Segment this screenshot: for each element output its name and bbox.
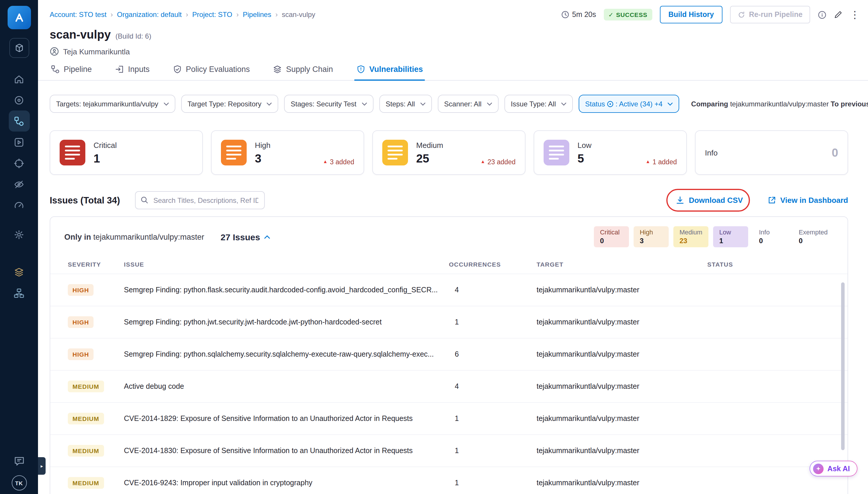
comparing-target: tejakummarikuntla/vulpy:master [730, 100, 829, 108]
issues-title: Issues (Total 34) [50, 195, 120, 206]
card-label: Low [578, 141, 592, 150]
tab-inputs[interactable]: Inputs [114, 64, 151, 80]
module-switcher-button[interactable] [9, 38, 29, 58]
card-added: ▲ 1 added [645, 158, 677, 174]
sidebar-item-targets[interactable] [8, 153, 30, 174]
filter-targets[interactable]: Targets: tejakummarikuntla/vulpy [50, 95, 175, 113]
help-chat-button[interactable] [13, 455, 25, 467]
table-row[interactable]: MEDIUM CVE-2014-1830: Exposure of Sensit… [50, 435, 848, 467]
sidebar-item-settings[interactable] [8, 224, 30, 245]
tab-bar: Pipeline Inputs Policy Evaluations Suppl… [38, 64, 868, 81]
sidebar-item-home[interactable] [8, 69, 30, 90]
filter-issue-type[interactable]: Issue Type: All [504, 95, 573, 113]
harness-logo[interactable] [7, 6, 31, 29]
build-history-button[interactable]: Build History [660, 6, 723, 23]
search-input[interactable] [135, 191, 265, 209]
sidebar-item-executions[interactable] [8, 132, 30, 153]
group-count-toggle[interactable]: 27 Issues [221, 232, 270, 242]
info-icon[interactable] [818, 10, 827, 19]
severity-card-critical: Critical 1 [50, 130, 203, 175]
table-row[interactable]: HIGH Semgrep Finding: python.sqlalchemy.… [50, 339, 848, 370]
table-row[interactable]: HIGH Semgrep Finding: python.flask.secur… [50, 274, 848, 306]
panel-expand-handle[interactable]: ▸ [38, 457, 45, 475]
occurrences-value: 6 [449, 350, 537, 358]
more-options-icon[interactable]: ⋮ [850, 10, 860, 20]
breadcrumb-project[interactable]: Project: STO [192, 11, 232, 19]
up-triangle-icon: ▲ [480, 159, 485, 164]
breadcrumb-account[interactable]: Account: STO test [50, 11, 107, 19]
issue-title[interactable]: CVE-2016-9243: Improper input validation… [124, 479, 449, 487]
filter-steps[interactable]: Steps: All [379, 95, 432, 113]
tab-vulnerabilities[interactable]: Vulnerabilities [355, 64, 424, 80]
sidebar-item-exemptions[interactable] [8, 174, 30, 195]
author-name: Teja Kummarikuntla [63, 47, 130, 56]
sidebar-item-module-stack[interactable] [8, 261, 30, 282]
card-label: High [255, 141, 271, 150]
issues-actions: Download CSV View in Dashboard [676, 196, 848, 205]
tab-pipeline[interactable]: Pipeline [50, 64, 93, 80]
edit-pipeline-icon[interactable] [834, 11, 842, 19]
column-issue: ISSUE [124, 261, 449, 268]
shield-icon [356, 65, 365, 74]
chip-value: 0 [600, 237, 623, 245]
table-row[interactable]: MEDIUM CVE-2014-1829: Exposure of Sensit… [50, 403, 848, 435]
view-in-dashboard-button[interactable]: View in Dashboard [768, 196, 848, 205]
table-row[interactable]: MEDIUM Active debug code 4 tejakummariku… [50, 370, 848, 403]
filter-stages[interactable]: Stages: Security Test [284, 95, 373, 113]
target-value: tejakummarikuntla/vulpy:master [537, 286, 707, 294]
filters-row: Targets: tejakummarikuntla/vulpy Target … [38, 95, 868, 113]
issue-title[interactable]: Semgrep Finding: python.jwt.security.jwt… [124, 318, 449, 326]
sidebar-item-baselines[interactable] [8, 195, 30, 216]
user-circle-icon [50, 47, 59, 56]
ask-ai-button[interactable]: Ask AI [809, 461, 857, 476]
tab-policy-evaluations[interactable]: Policy Evaluations [172, 64, 251, 80]
added-label: 1 added [653, 158, 677, 166]
table-row[interactable]: HIGH Semgrep Finding: python.jwt.securit… [50, 306, 848, 339]
search-icon [140, 196, 149, 204]
pencil-icon [834, 11, 842, 19]
target-value: tejakummarikuntla/vulpy:master [537, 415, 707, 423]
issues-group-header: Only in tejakummarikuntla/vulpy:master 2… [50, 217, 848, 255]
severity-badge: HIGH [68, 284, 94, 296]
scrollbar-thumb[interactable] [841, 282, 845, 450]
severity-card-high: High 3 ▲ 3 added [211, 130, 364, 175]
tab-supply-chain[interactable]: Supply Chain [272, 64, 334, 80]
occurrences-value: 1 [449, 415, 537, 423]
severity-badge: MEDIUM [68, 381, 104, 392]
severity-summary-cards: Critical 1 High 3 ▲ 3 added Medium [38, 130, 868, 175]
user-avatar[interactable]: TK [12, 475, 26, 491]
tab-label: Inputs [128, 65, 150, 74]
issue-title[interactable]: CVE-2014-1830: Exposure of Sensitive Inf… [124, 446, 449, 455]
gear-icon [14, 229, 24, 240]
issue-title[interactable]: CVE-2014-1829: Exposure of Sensitive Inf… [124, 415, 449, 423]
breadcrumb-pipelines[interactable]: Pipelines [243, 11, 271, 19]
table-row[interactable]: MEDIUM CVE-2016-9243: Improper input val… [50, 467, 848, 494]
issue-title[interactable]: Semgrep Finding: python.sqlalchemy.secur… [124, 350, 449, 358]
issue-title[interactable]: Semgrep Finding: python.flask.security.a… [124, 286, 449, 294]
added-label: 23 added [487, 158, 516, 166]
filter-status[interactable]: Status : Active (34) +4 [579, 95, 679, 113]
download-csv-button[interactable]: Download CSV [676, 196, 743, 205]
breadcrumb-organization[interactable]: Organization: default [117, 11, 182, 19]
sidebar-item-hierarchy[interactable] [8, 282, 30, 303]
sparkle-icon [813, 463, 823, 474]
chip-label: High [640, 229, 663, 235]
rerun-pipeline-button[interactable]: Re-run Pipeline [730, 6, 810, 23]
filter-scanner[interactable]: Scanner: All [438, 95, 499, 113]
sidebar-item-scans[interactable] [8, 90, 30, 111]
tab-label: Supply Chain [286, 65, 333, 74]
build-id-label: (Build Id: 6) [115, 32, 151, 40]
issue-title[interactable]: Active debug code [124, 382, 449, 391]
occurrences-value: 1 [449, 318, 537, 326]
target-value: tejakummarikuntla/vulpy:master [537, 479, 707, 487]
chevron-down-icon [267, 102, 272, 106]
filter-label: Target Type: Repository [188, 100, 262, 108]
sidebar-item-pipelines[interactable] [8, 111, 30, 132]
severity-card-low: Low 5 ▲ 1 added [534, 130, 687, 175]
card-added: ▲ 3 added [323, 158, 354, 174]
crosshair-icon [14, 157, 24, 169]
eye-off-icon [14, 178, 24, 190]
chip-value: 0 [799, 237, 828, 245]
filter-target-type[interactable]: Target Type: Repository [181, 95, 278, 113]
chevron-up-icon [264, 235, 270, 239]
